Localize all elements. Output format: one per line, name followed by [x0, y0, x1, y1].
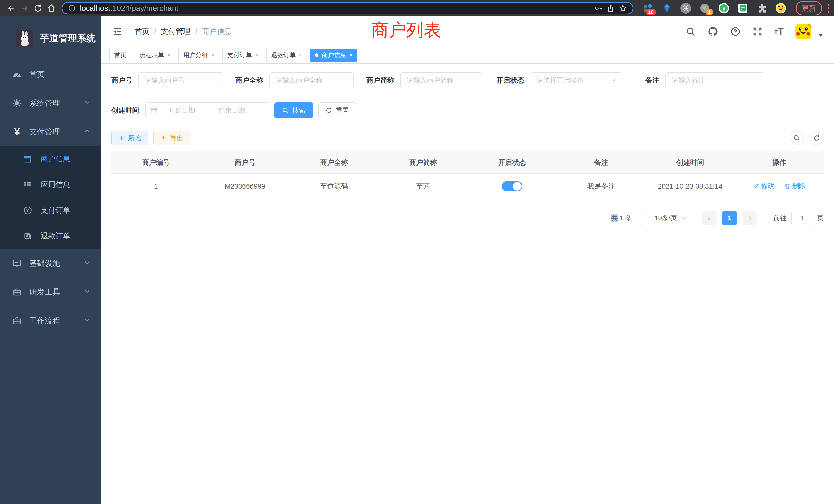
status-label: 开启状态 — [496, 76, 524, 85]
date-end-input[interactable] — [210, 107, 254, 114]
extension-icons: 10 ⌘ 1 y — [642, 3, 787, 14]
sidebar-item-label: 首页 — [29, 69, 45, 80]
sidebar-item-refund[interactable]: 退款订单 — [0, 223, 101, 249]
tab-refund-order[interactable]: 退款订单× — [266, 48, 307, 62]
tab-merchant-info[interactable]: 商户信息× — [310, 48, 357, 62]
cell-create-time: 2021-10-23 08:31:14 — [646, 174, 735, 199]
col-actions: 操作 — [734, 152, 824, 174]
merchant-no-input[interactable] — [138, 72, 223, 88]
password-key-icon[interactable] — [594, 4, 602, 12]
breadcrumb-pay[interactable]: 支付管理 — [161, 26, 191, 37]
tab-pay-order[interactable]: 支付订单× — [222, 48, 263, 62]
logo-rabbit-image — [16, 29, 34, 47]
share-icon[interactable] — [607, 4, 615, 12]
sidebar-item-dev[interactable]: 研发工具 — [0, 278, 101, 306]
shop-icon — [23, 155, 33, 164]
extension-command-icon[interactable]: ⌘ — [680, 3, 692, 14]
tab-home[interactable]: 首页 — [109, 48, 131, 62]
font-size-icon[interactable]: тT — [774, 26, 784, 37]
sidebar-item-label: 支付订单 — [41, 205, 70, 215]
export-button[interactable]: 导出 — [153, 131, 190, 145]
table-toolbar: 新增 导出 — [111, 131, 824, 145]
fullscreen-icon[interactable] — [752, 26, 763, 37]
remark-input[interactable] — [665, 72, 764, 88]
chevron-down-icon — [84, 288, 90, 296]
user-avatar[interactable] — [795, 24, 811, 39]
browser-home-button[interactable] — [45, 2, 58, 15]
close-tab-icon[interactable]: × — [255, 52, 258, 59]
extension-chat-icon[interactable] — [737, 3, 748, 14]
extension-tiles-icon[interactable]: 10 — [642, 3, 654, 14]
date-separator: - — [206, 107, 208, 114]
browser-reload-button[interactable] — [31, 2, 45, 15]
search-button[interactable]: 搜索 — [275, 102, 313, 118]
sidebar: 芋道管理系统 首页 系统管理 ¥ 支付管理 — [0, 17, 101, 504]
bookmark-star-icon[interactable] — [619, 4, 627, 12]
breadcrumb-home[interactable]: 首页 — [135, 26, 150, 37]
tab-user-group[interactable]: 用户分组× — [178, 48, 219, 62]
sidebar-item-app[interactable]: 应用信息 — [0, 172, 101, 198]
grid-icon — [23, 180, 33, 189]
extensions-puzzle-icon[interactable] — [756, 3, 768, 14]
next-page-button[interactable] — [743, 211, 758, 225]
sidebar-item-order[interactable]: 支付订单 — [0, 198, 101, 223]
sidebar-item-pay[interactable]: ¥ 支付管理 — [0, 117, 101, 146]
extension-emoji-icon[interactable] — [775, 3, 787, 14]
sidebar-item-infra[interactable]: 基础设施 — [0, 249, 101, 278]
sidebar-item-system[interactable]: 系统管理 — [0, 89, 101, 117]
add-button[interactable]: 新增 — [111, 131, 148, 145]
close-tab-icon[interactable]: × — [167, 52, 171, 59]
merchant-table: 商户编号 商户号 商户全称 商户简称 开启状态 备注 创建时间 操作 1 M23… — [111, 152, 824, 199]
browser-forward-button[interactable] — [18, 2, 31, 15]
col-status: 开启状态 — [467, 152, 557, 174]
yen-icon: ¥ — [11, 126, 23, 138]
current-page-button[interactable]: 1 — [722, 211, 737, 225]
sidebar-item-home[interactable]: 首页 — [0, 60, 101, 89]
page-info-icon[interactable] — [68, 4, 76, 12]
address-bar[interactable]: localhost:1024/pay/merchant — [62, 2, 634, 14]
avatar-caret-icon[interactable] — [818, 33, 823, 37]
toolbox-icon — [11, 288, 23, 297]
sidebar-item-merchant[interactable]: 商户信息 — [0, 146, 101, 172]
status-toggle[interactable] — [502, 181, 522, 191]
annotation-title: 商户列表 — [371, 20, 441, 41]
full-name-input[interactable] — [269, 72, 354, 88]
col-short-name: 商户简称 — [378, 152, 467, 174]
short-name-input[interactable] — [400, 72, 482, 88]
close-tab-icon[interactable]: × — [211, 52, 214, 59]
chevron-up-icon — [84, 128, 90, 136]
tab-process-form[interactable]: 流程表单× — [135, 48, 175, 62]
goto-page-input[interactable] — [791, 211, 813, 225]
chevron-down-icon — [84, 259, 90, 268]
status-select[interactable] — [530, 72, 622, 88]
page-size-select[interactable] — [640, 211, 692, 225]
close-tab-icon[interactable]: × — [299, 52, 302, 59]
reset-button[interactable]: 重置 — [319, 102, 356, 118]
cell-merchant-id: 1 — [111, 174, 200, 199]
date-start-input[interactable] — [160, 107, 204, 114]
tags-view-bar: 首页 流程表单× 用户分组× 支付订单× 退款订单× 商户信息× — [101, 47, 834, 64]
cell-remark: 我是备注 — [557, 174, 646, 199]
extension-gem-icon[interactable] — [661, 3, 673, 14]
sidebar-toggle-icon[interactable] — [112, 26, 123, 37]
sidebar-logo[interactable]: 芋道管理系统 — [0, 17, 101, 60]
browser-update-button[interactable]: 更新 — [796, 1, 822, 16]
show-search-toggle-button[interactable] — [790, 131, 804, 145]
help-icon[interactable] — [730, 26, 741, 37]
header-search-icon[interactable] — [686, 26, 696, 37]
browser-back-button[interactable] — [5, 2, 18, 15]
sidebar-submenu-pay: 商户信息 应用信息 支付订单 退款订单 — [0, 146, 101, 249]
refresh-table-button[interactable] — [810, 131, 824, 145]
extension-y-icon[interactable]: y — [718, 3, 729, 14]
browser-menu-icon[interactable] — [828, 4, 829, 13]
close-tab-icon[interactable]: × — [349, 52, 353, 59]
extension-recorder-icon[interactable]: 1 — [699, 3, 710, 14]
prev-page-button[interactable] — [702, 211, 717, 225]
edit-link[interactable]: 修改 — [753, 181, 774, 190]
delete-link[interactable]: 删除 — [784, 181, 806, 190]
github-icon[interactable] — [708, 26, 719, 37]
date-range-picker[interactable]: - — [145, 102, 270, 118]
col-full-name: 商户全称 — [290, 152, 379, 174]
sidebar-item-workflow[interactable]: 工作流程 — [0, 306, 101, 335]
goto-suffix: 页 — [817, 213, 824, 223]
